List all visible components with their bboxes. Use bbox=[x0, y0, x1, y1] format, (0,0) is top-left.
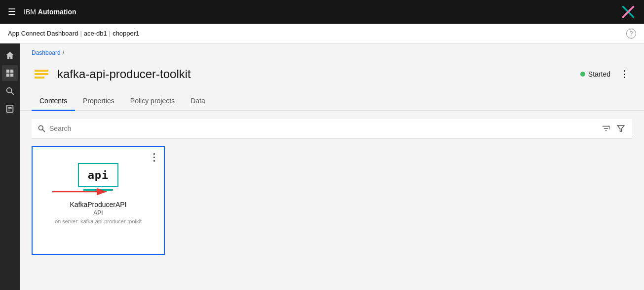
svg-rect-3 bbox=[10, 70, 13, 73]
page-icon bbox=[32, 64, 51, 84]
sub-nav-ace-db1: ace-db1 bbox=[84, 30, 107, 37]
api-card[interactable]: ⋮ api KafkaProducerAPI API on server: ka… bbox=[32, 146, 165, 255]
search-icon bbox=[38, 124, 45, 132]
sub-nav-dashboard: App Connect Dashboard bbox=[8, 30, 78, 37]
card-api-line bbox=[83, 189, 113, 191]
svg-rect-5 bbox=[10, 74, 13, 77]
page-title: kafka-api-producer-toolkit bbox=[57, 67, 574, 81]
page-overflow-menu[interactable]: ⋮ bbox=[616, 66, 632, 82]
main-content: Dashboard / kafka-api-producer-toolkit S… bbox=[20, 43, 644, 290]
card-name: KafkaProducerAPI bbox=[70, 201, 126, 208]
tab-policy-projects[interactable]: Policy projects bbox=[122, 92, 183, 111]
svg-rect-2 bbox=[6, 70, 9, 73]
help-icon[interactable]: ? bbox=[626, 29, 636, 39]
main-layout: Dashboard / kafka-api-producer-toolkit S… bbox=[0, 43, 644, 290]
svg-line-13 bbox=[42, 129, 44, 131]
search-input[interactable] bbox=[49, 124, 601, 132]
hamburger-icon[interactable]: ☰ bbox=[8, 6, 16, 17]
sort-button[interactable] bbox=[601, 123, 611, 134]
app-logo bbox=[620, 4, 636, 20]
svg-marker-17 bbox=[617, 125, 624, 131]
status-dot bbox=[580, 72, 585, 77]
card-api-icon: api bbox=[78, 163, 119, 187]
filter-button[interactable] bbox=[615, 123, 626, 134]
top-nav: ☰ IBM Automation bbox=[0, 0, 644, 24]
sub-nav-breadcrumb: App Connect Dashboard | ace-db1 | choppe… bbox=[8, 30, 139, 37]
sidebar-icon-grid[interactable] bbox=[2, 65, 18, 81]
card-icon-container: api bbox=[78, 163, 119, 191]
sidebar bbox=[0, 43, 20, 290]
page-header: kafka-api-producer-toolkit Started ⋮ bbox=[20, 56, 644, 84]
card-server: on server: kafka-api-producer-toolkit bbox=[55, 218, 142, 224]
tab-properties[interactable]: Properties bbox=[75, 92, 122, 111]
app-title: IBM Automation bbox=[24, 8, 76, 16]
breadcrumb-dashboard-link[interactable]: Dashboard bbox=[32, 49, 61, 56]
tab-data[interactable]: Data bbox=[183, 92, 213, 111]
tabs: Contents Properties Policy projects Data bbox=[20, 92, 644, 111]
sub-nav-chopper1: chopper1 bbox=[113, 30, 139, 37]
status-label: Started bbox=[588, 70, 610, 78]
sidebar-icon-search[interactable] bbox=[2, 83, 18, 99]
svg-line-7 bbox=[11, 92, 14, 95]
sub-nav-right: ? bbox=[626, 29, 636, 39]
status-badge: Started bbox=[580, 70, 610, 78]
svg-rect-4 bbox=[6, 74, 9, 77]
sidebar-icon-home[interactable] bbox=[2, 47, 18, 63]
search-actions bbox=[601, 123, 626, 134]
card-overflow-menu[interactable]: ⋮ bbox=[149, 152, 159, 162]
tab-contents[interactable]: Contents bbox=[32, 92, 75, 111]
content-area: ⋮ api KafkaProducerAPI API on server: ka… bbox=[20, 111, 644, 263]
sidebar-icon-document[interactable] bbox=[2, 101, 18, 117]
breadcrumb: Dashboard / bbox=[20, 43, 644, 56]
card-grid: ⋮ api KafkaProducerAPI API on server: ka… bbox=[32, 146, 632, 255]
sub-nav: App Connect Dashboard | ace-db1 | choppe… bbox=[0, 24, 644, 43]
card-type: API bbox=[93, 209, 103, 216]
breadcrumb-separator: / bbox=[63, 49, 64, 56]
search-bar bbox=[32, 119, 632, 138]
